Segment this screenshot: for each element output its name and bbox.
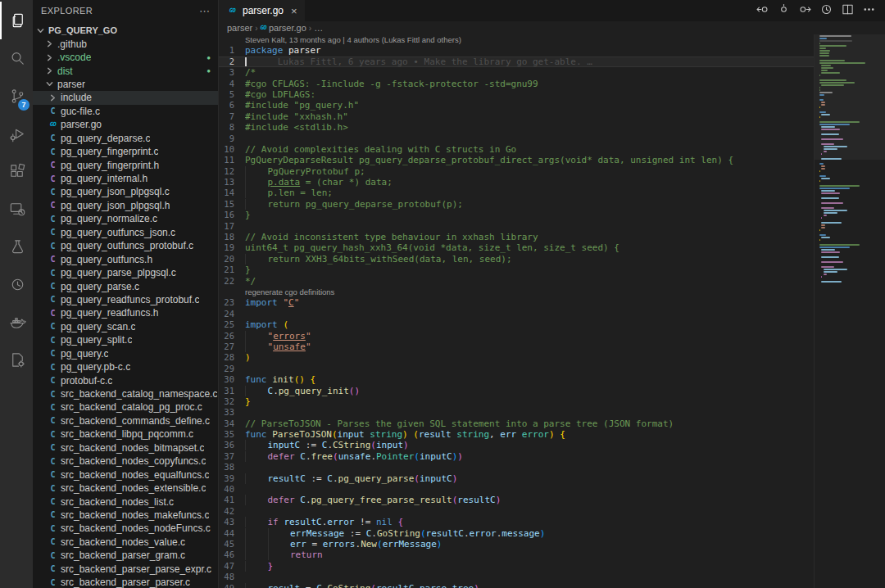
previous-change-icon[interactable] [778,3,790,19]
code-line-6[interactable]: 6#include "pg_query.h" [219,100,814,111]
close-tab-icon[interactable]: × [291,5,297,17]
tree-file-src-backend-nodes-copyfuncs-c[interactable]: Csrc_backend_nodes_copyfuncs.c [33,455,218,468]
code-line-3[interactable]: 3/* [219,67,814,78]
breadcrumb-item-parser[interactable]: parser [227,23,252,33]
tree-file-pg-query-outfuncs-json-c[interactable]: Cpg_query_outfuncs_json.c [33,226,218,239]
code-line-36[interactable]: 36 inputC := C.CString(input) [219,440,814,450]
code-line-15[interactable]: 15 return pg_query_deparse_protobuf(p); [219,199,814,210]
code-line-28[interactable]: 28) [219,352,814,363]
tree-file-pg-query-c[interactable]: Cpg_query.c [33,347,218,360]
tree-file-src-backend-nodes-list-c[interactable]: Csrc_backend_nodes_list.c [33,495,218,508]
tree-file-src-backend-parser-parse-expr-c[interactable]: Csrc_backend_parser_parse_expr.c [33,563,218,576]
code-line-32[interactable]: 32} [219,396,814,407]
sidebar-more-actions-icon[interactable]: ⋯ [199,5,210,17]
code-line-26[interactable]: 26 "errors" [219,331,814,341]
code-line-1[interactable]: 1package parser [219,45,814,56]
tree-file-pg-query-readfuncs-protobuf-c[interactable]: Cpg_query_readfuncs_protobuf.c [33,293,218,306]
code-line-21[interactable]: 21} [219,265,814,275]
more-actions-icon[interactable] [863,3,875,19]
code-line-4[interactable]: 4#cgo CFLAGS: -Iinclude -g -fstack-prote… [219,79,814,89]
code-line-41[interactable]: 41 defer C.pg_query_free_parse_result(re… [219,495,814,505]
tree-file-pg-query-split-c[interactable]: Cpg_query_split.c [33,333,218,346]
tree-file-src-backend-parser-parser-c[interactable]: Csrc_backend_parser_parser.c [33,576,218,588]
tree-file-pg-query-json-plpgsql-h[interactable]: Cpg_query_json_plpgsql.h [33,199,218,212]
breadcrumb-item--[interactable]: … [314,23,323,33]
tree-file-pg-query-fingerprint-h[interactable]: Cpg_query_fingerprint.h [33,158,218,171]
activity-docker-button[interactable] [0,303,33,341]
code-annotation[interactable]: Steven Kalt, 13 months ago | 4 authors (… [219,34,814,45]
activity-extensions-button[interactable] [0,152,33,190]
code-line-27[interactable]: 27 "unsafe" [219,341,814,352]
tree-file-pg-query-outfuncs-h[interactable]: Cpg_query_outfuncs.h [33,252,218,265]
timeline-icon[interactable] [820,3,833,19]
code-line-17[interactable]: 17 [219,221,814,232]
activity-search-button[interactable] [0,39,33,77]
code-annotation[interactable]: regenerate cgo definitions [219,287,814,297]
code-line-38[interactable]: 38 [219,462,814,473]
tree-file-pg-query-outfuncs-protobuf-c[interactable]: Cpg_query_outfuncs_protobuf.c [33,239,218,252]
code-line-24[interactable]: 24 [219,309,814,319]
code-line-12[interactable]: 12 PgQueryProtobuf p; [219,166,814,177]
tree-file-pg-query-parse-plpgsql-c[interactable]: Cpg_query_parse_plpgsql.c [33,266,218,279]
code-line-44[interactable]: 44 errMessage := C.GoString(resultC.erro… [219,528,814,539]
code-line-11[interactable]: 11PgQueryDeparseResult pg_query_deparse_… [219,155,814,165]
breadcrumb-item-parser-go[interactable]: GOparser.go [261,23,306,33]
code-line-31[interactable]: 31 C.pg_query_init() [219,386,814,396]
code-line-33[interactable]: 33 [219,407,814,418]
code-line-49[interactable]: 49 result = C.GoString(resultC.parse_tre… [219,583,814,588]
tree-folder-dist[interactable]: dist● [33,64,218,77]
open-changes-icon[interactable] [756,3,769,19]
tree-file-protobuf-c-c[interactable]: Cprotobuf-c.c [33,373,218,387]
code-line-37[interactable]: 37 defer C.free(unsafe.Pointer(inputC)) [219,451,814,462]
tree-file-pg-query-scan-c[interactable]: Cpg_query_scan.c [33,320,218,333]
tree-file-pg-query-fingerprint-c[interactable]: Cpg_query_fingerprint.c [33,145,218,158]
tree-file-pg-query-parse-c[interactable]: Cpg_query_parse.c [33,279,218,292]
tree-file-pg-query-json-plpgsql-c[interactable]: Cpg_query_json_plpgsql.c [33,185,218,198]
activity-explorer-button[interactable] [0,2,33,39]
code-line-48[interactable]: 48 [219,572,814,582]
tree-folder-include[interactable]: include [33,91,218,104]
code-line-35[interactable]: 35func ParseToJSON(input string) (result… [219,429,814,440]
code-line-8[interactable]: 8#include <stdlib.h> [219,122,814,133]
tree-file-src-backend-nodes-equalfuncs-c[interactable]: Csrc_backend_nodes_equalfuncs.c [33,468,218,481]
minimap-viewport[interactable] [815,34,885,160]
code-line-39[interactable]: 39 resultC := C.pg_query_parse(inputC) [219,473,814,484]
activity-source-control-button[interactable]: 7 [0,77,33,115]
tree-file-parser-go[interactable]: GOparser.go [33,118,218,131]
tree-file-pg-query-internal-h[interactable]: Cpg_query_internal.h [33,172,218,185]
code-line-43[interactable]: 43 if resultC.error != nil { [219,517,814,527]
code-line-2[interactable]: 2 Lukas Fittl, 6 years ago • Make the li… [219,57,814,67]
code-line-22[interactable]: 22*/ [219,276,814,287]
code-line-20[interactable]: 20 return XXH3_64bits_withSeed(data, len… [219,254,814,265]
activity-testing-button[interactable] [0,228,33,265]
tree-file-src-backend-libpq-pqcomm-c[interactable]: Csrc_backend_libpq_pqcomm.c [33,427,218,441]
code-line-45[interactable]: 45 err = errors.New(errMessage) [219,539,814,550]
tree-folder-parser[interactable]: parser [33,78,218,91]
code-line-23[interactable]: 23import "C" [219,297,814,308]
tree-folder-pg-query-go[interactable]: PG_QUERY_GO [33,24,218,37]
tree-file-src-backend-nodes-makefuncs-c[interactable]: Csrc_backend_nodes_makefuncs.c [33,509,218,522]
tree-file-src-backend-nodes-value-c[interactable]: Csrc_backend_nodes_value.c [33,536,218,549]
tree-folder--github[interactable]: .github [33,37,218,50]
tree-file-src-backend-catalog-pg-proc-c[interactable]: Csrc_backend_catalog_pg_proc.c [33,400,218,414]
tree-file-guc-file-c[interactable]: Cguc-file.c [33,105,218,118]
code-line-13[interactable]: 13 p.data = (char *) data; [219,177,814,188]
code-line-40[interactable]: 40 [219,484,814,495]
code-line-18[interactable]: 18// Avoid inconsistent type behaviour i… [219,232,814,242]
code-line-16[interactable]: 16} [219,210,814,220]
tree-file-src-backend-catalog-namespace-c[interactable]: Csrc_backend_catalog_namespace.c [33,387,218,400]
split-editor-icon[interactable] [842,3,854,19]
activity-remote-explorer-button[interactable] [0,190,33,228]
tree-file-pg-query-deparse-c[interactable]: Cpg_query_deparse.c [33,132,218,145]
tree-file-src-backend-nodes-bitmapset-c[interactable]: Csrc_backend_nodes_bitmapset.c [33,441,218,455]
code-line-9[interactable]: 9 [219,133,814,144]
tree-file-src-backend-parser-gram-c[interactable]: Csrc_backend_parser_gram.c [33,549,218,562]
tab-parser-go[interactable]: GO parser.go × [219,0,306,21]
code-line-7[interactable]: 7#include "xxhash.h" [219,111,814,122]
code-line-42[interactable]: 42 [219,506,814,517]
tree-file-pg-query-pb-c-c[interactable]: Cpg_query.pb-c.c [33,360,218,373]
activity-history-button[interactable] [0,265,33,303]
tree-file-src-backend-commands-define-c[interactable]: Csrc_backend_commands_define.c [33,414,218,427]
code-line-14[interactable]: 14 p.len = len; [219,188,814,198]
next-change-icon[interactable] [799,3,811,19]
